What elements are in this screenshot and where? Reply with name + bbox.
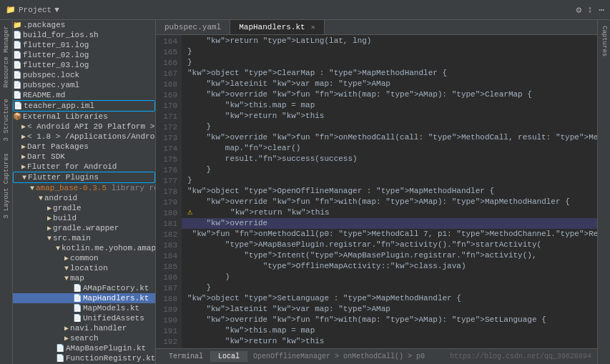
tree-item-label: gradle bbox=[53, 204, 82, 212]
sync-icon[interactable]: ⚙ bbox=[576, 4, 582, 16]
tree-item[interactable]: 📄 MapHandlers.kt bbox=[13, 293, 155, 303]
tree-arrow-icon: ▶ bbox=[21, 162, 26, 171]
line-number: 166 bbox=[156, 58, 177, 69]
terminal-tab[interactable]: Terminal bbox=[162, 351, 211, 362]
chevron-down-icon: ▼ bbox=[54, 6, 59, 14]
tree-item-label: teacher_app.iml bbox=[24, 102, 94, 110]
tree-arrow-icon: ▼ bbox=[64, 265, 69, 272]
tree-item[interactable]: ▶ < 1.8 > /Applications/Android Studio.a… bbox=[13, 132, 155, 142]
tree-item[interactable]: ▶ gradle bbox=[13, 203, 155, 213]
tree-item[interactable]: ▶ Dart Packages bbox=[13, 142, 155, 152]
tree-arrow-icon: 📄 bbox=[13, 81, 21, 89]
code-line: "kw">return "kw">this bbox=[187, 336, 591, 347]
tree-item[interactable]: 📁 .packages bbox=[13, 20, 155, 30]
tree-arrow-icon: 📄 bbox=[13, 61, 21, 69]
tree-arrow-icon: ▼ bbox=[22, 174, 26, 182]
tree-item[interactable]: 📄 AMapFactory.kt bbox=[13, 283, 155, 293]
code-line: map."fn">clear() bbox=[187, 143, 591, 154]
tree-item[interactable]: ▼ android bbox=[13, 193, 155, 203]
layout-captures-tab[interactable]: 3 Layout Captures bbox=[1, 147, 11, 225]
tree-arrow-icon: 📄 bbox=[73, 284, 82, 292]
line-number: 186 bbox=[156, 272, 177, 283]
project-title: 📁 Project ▼ bbox=[6, 5, 59, 14]
line-number: 171 bbox=[156, 112, 177, 122]
tree-item-label: build_for_ios.sh bbox=[23, 31, 99, 39]
tab-pubspec[interactable]: pubspec.yaml bbox=[156, 20, 230, 34]
code-editor[interactable]: "kw">val lac = get("latitude") as "type"… bbox=[182, 35, 597, 348]
tree-item-label: .packages bbox=[23, 21, 65, 29]
line-numbers: 1641651661671681691701711721731741751761… bbox=[156, 35, 182, 348]
tree-item[interactable]: 📄 teacher_app.iml bbox=[13, 100, 155, 112]
tree-item[interactable]: ▼ map bbox=[13, 273, 155, 283]
tree-item[interactable]: 📄 FunctionRegistry.kt bbox=[13, 353, 155, 363]
tree-item[interactable]: 📄 README.md bbox=[13, 90, 155, 100]
tree-arrow-icon: 📄 bbox=[73, 304, 82, 313]
tree-item-label: src.main bbox=[53, 234, 91, 242]
code-line: ) bbox=[187, 272, 591, 282]
tree-item-label: MapModels.kt bbox=[83, 304, 139, 313]
line-number: 175 bbox=[156, 154, 177, 165]
line-number: 179 bbox=[156, 197, 177, 208]
code-line: "kw">object "type">SetLanguage : "type">… bbox=[187, 293, 591, 304]
tree-item[interactable]: 📄 flutter_01.log bbox=[13, 40, 155, 50]
tab-maphandlers[interactable]: MapHandlers.kt ✕ bbox=[230, 20, 324, 34]
editor-bottom-bar: Terminal Local OpenOfflineManager > onMe… bbox=[156, 348, 597, 364]
more-icon[interactable]: ⋯ bbox=[599, 4, 604, 16]
tree-item[interactable]: ▶ navi.handler bbox=[13, 323, 155, 333]
tree-arrow-icon: 📄 bbox=[13, 71, 21, 79]
resource-manager-tab[interactable]: Resource Manager bbox=[1, 20, 11, 93]
close-icon[interactable]: ✕ bbox=[311, 23, 315, 31]
tree-item[interactable]: 📦 External Libraries bbox=[13, 112, 155, 122]
tree-item-label: README.md bbox=[23, 91, 65, 99]
structure-tab[interactable]: 3 Structure bbox=[1, 93, 11, 147]
maphandlers-tab-label: MapHandlers.kt bbox=[239, 23, 305, 31]
tree-item[interactable]: 📄 flutter_03.log bbox=[13, 60, 155, 70]
line-number: 180 bbox=[156, 208, 177, 219]
line-number: 178 bbox=[156, 187, 177, 197]
main-toolbar: 📁 Project ▼ ⚙ ↕ ⋯ bbox=[0, 0, 610, 20]
code-line: "kw">lateinit "kw">var map: "type">AMap bbox=[187, 304, 591, 315]
editor-area: pubspec.yaml MapHandlers.kt ✕ 1641651661… bbox=[156, 20, 597, 364]
tree-arrow-icon: 📄 bbox=[14, 102, 22, 110]
tree-item[interactable]: ▶ Dart SDK bbox=[13, 152, 155, 162]
tree-arrow-icon: 📦 bbox=[13, 112, 21, 121]
line-number: 192 bbox=[156, 337, 177, 348]
tree-item[interactable]: ▼ Flutter Plugins bbox=[13, 172, 155, 183]
tree-item-label: gradle.wrapper bbox=[53, 224, 119, 232]
tree-item[interactable]: ▶ < Android API 29 Platform > /Users/zhi… bbox=[13, 122, 155, 132]
code-line: "kw">override "kw">fun "fn">with(map: "t… bbox=[187, 197, 591, 207]
line-number: 168 bbox=[156, 79, 177, 90]
tree-item[interactable]: 📄 UnifiedAssets bbox=[13, 313, 155, 323]
captures-tab[interactable]: Captures bbox=[599, 20, 609, 62]
tree-item-label: External Libraries bbox=[23, 112, 108, 121]
tree-arrow-icon: ▶ bbox=[21, 142, 26, 151]
tree-item[interactable]: ▼ location bbox=[13, 263, 155, 273]
tree-item[interactable]: 📄 build_for_ios.sh bbox=[13, 30, 155, 40]
tree-item[interactable]: ▶ gradle.wrapper bbox=[13, 223, 155, 233]
line-number: 173 bbox=[156, 133, 177, 144]
tree-item[interactable]: ▶ build bbox=[13, 213, 155, 223]
code-line: } bbox=[187, 122, 591, 132]
tree-item[interactable]: ▶ Flutter for Android bbox=[13, 162, 155, 172]
tree-item[interactable]: 📄 AMapBasePlugin.kt bbox=[13, 343, 155, 353]
local-tab[interactable]: Local bbox=[211, 351, 247, 362]
tree-item[interactable]: 📄 pubspec.yaml bbox=[13, 80, 155, 90]
tree-item[interactable]: ▶ search bbox=[13, 333, 155, 343]
tree-arrow-icon: ▶ bbox=[21, 122, 26, 131]
project-icon: 📁 bbox=[6, 5, 16, 14]
tree-item[interactable]: 📄 MapModels.kt bbox=[13, 303, 155, 313]
tree-arrow-icon: ▶ bbox=[47, 224, 51, 232]
expand-icon[interactable]: ↕ bbox=[587, 4, 593, 16]
tree-item-label: amap_base-0.3.5 library root bbox=[36, 184, 155, 192]
tree-item[interactable]: 📄 flutter_02.log bbox=[13, 50, 155, 60]
project-title-text: Project bbox=[19, 6, 51, 14]
tree-arrow-icon: 📄 bbox=[13, 51, 21, 59]
tree-item[interactable]: 📄 pubspec.lock bbox=[13, 70, 155, 80]
tree-item[interactable]: ▼ src.main bbox=[13, 233, 155, 243]
tree-item[interactable]: ▼ amap_base-0.3.5 library root bbox=[13, 183, 155, 193]
project-panel: 📁 .packages 📄 build_for_ios.sh 📄 flutter… bbox=[13, 20, 156, 364]
tree-item[interactable]: ▼ kotlin.me.yohom.amapbase bbox=[13, 243, 155, 253]
tree-item[interactable]: ▶ common bbox=[13, 253, 155, 263]
code-line: "kw">return "kw">this bbox=[187, 111, 591, 122]
breadcrumb: OpenOfflineManager > onMethodCall() > p0 bbox=[253, 353, 425, 360]
